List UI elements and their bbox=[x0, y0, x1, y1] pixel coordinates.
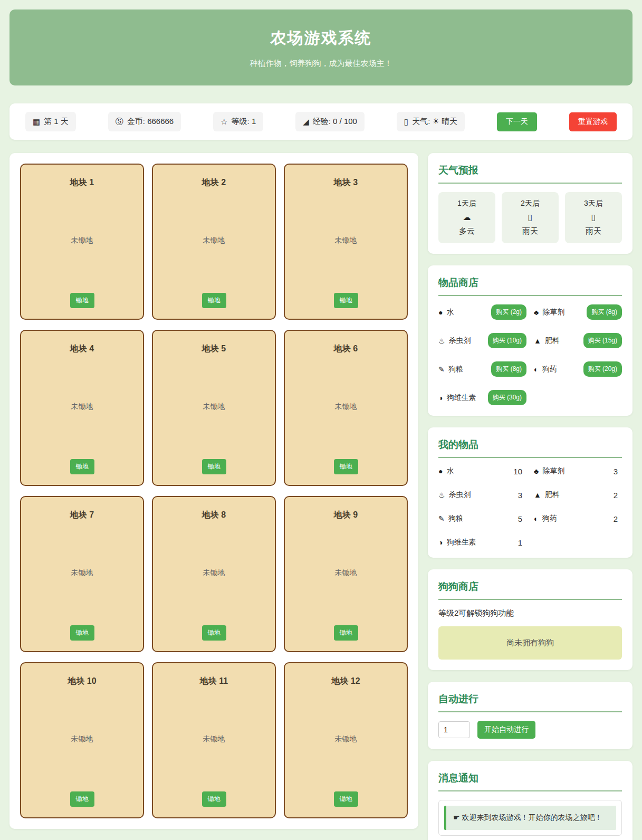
fertilizer-icon: ▲ bbox=[534, 491, 541, 499]
inventory-grid: ●水 10 ♣除草剂 3 ♨杀虫剂 3 ▲肥料 2 bbox=[438, 466, 622, 547]
hoe-button[interactable]: 锄地 bbox=[70, 625, 94, 641]
item-name: ●水 bbox=[438, 466, 454, 476]
star-icon: ☆ bbox=[221, 117, 227, 127]
plot-status: 未锄地 bbox=[203, 568, 225, 578]
plot-card-3: 地块 3 未锄地 锄地 bbox=[284, 164, 408, 320]
hoe-button[interactable]: 锄地 bbox=[334, 459, 358, 474]
item-name: ●水 bbox=[438, 308, 454, 317]
section-title-dog-shop: 狗狗商店 bbox=[438, 580, 622, 600]
forecast-box-3: 3天后 ▯ 雨天 bbox=[565, 192, 622, 243]
buy-button-dog-medicine[interactable]: 购买 (20g) bbox=[583, 361, 622, 377]
status-weather: ▯ 天气: ☀ 晴天 bbox=[397, 112, 465, 131]
hoe-button[interactable]: 锄地 bbox=[334, 625, 358, 641]
hoe-button[interactable]: 锄地 bbox=[202, 791, 226, 807]
forecast-day-label: 2天后 bbox=[505, 199, 555, 208]
cloud-icon: ☁ bbox=[442, 213, 492, 222]
forecast-condition: 雨天 bbox=[505, 226, 555, 236]
buy-button-water[interactable]: 购买 (2g) bbox=[491, 304, 526, 320]
hoe-button[interactable]: 锄地 bbox=[70, 293, 94, 308]
inventory-item-dog-food: ✎狗粮 5 bbox=[438, 514, 526, 523]
plot-status: 未锄地 bbox=[71, 734, 93, 744]
plot-title: 地块 8 bbox=[202, 510, 226, 521]
auto-run-card: 自动进行 开始自动进行 bbox=[428, 682, 633, 749]
insecticide-icon: ♨ bbox=[438, 337, 445, 345]
reset-game-button[interactable]: 重置游戏 bbox=[569, 112, 617, 131]
plot-card-11: 地块 11 未锄地 锄地 bbox=[152, 662, 276, 818]
sidebar: 天气预报 1天后 ☁ 多云 2天后 ▯ 雨天 3天后 ▯ bbox=[428, 153, 633, 840]
dog-food-icon: ✎ bbox=[438, 514, 445, 523]
hoe-button[interactable]: 锄地 bbox=[70, 791, 94, 807]
dog-unlock-hint: 等级2可解锁狗狗功能 bbox=[438, 608, 622, 618]
hoe-button[interactable]: 锄地 bbox=[202, 293, 226, 308]
status-exp-text: 经验: 0 / 100 bbox=[313, 117, 357, 127]
forecast-day-label: 1天后 bbox=[442, 199, 492, 208]
buy-button-dog-vitamin[interactable]: 购买 (30g) bbox=[488, 390, 526, 405]
inventory-item-herbicide: ♣除草剂 3 bbox=[534, 466, 622, 476]
item-name: ♣除草剂 bbox=[534, 466, 564, 476]
hoe-button[interactable]: 锄地 bbox=[202, 625, 226, 641]
plot-card-8: 地块 8 未锄地 锄地 bbox=[152, 496, 276, 652]
water-icon: ● bbox=[438, 467, 443, 475]
item-name: ✎狗粮 bbox=[438, 514, 463, 523]
start-auto-button[interactable]: 开始自动进行 bbox=[477, 721, 535, 739]
plot-title: 地块 11 bbox=[200, 676, 228, 687]
plot-title: 地块 1 bbox=[70, 177, 94, 188]
buy-button-herbicide[interactable]: 购买 (8g) bbox=[587, 304, 622, 320]
buy-button-fertilizer[interactable]: 购买 (15g) bbox=[583, 333, 622, 348]
plot-status: 未锄地 bbox=[71, 402, 93, 412]
herbicide-icon: ♣ bbox=[534, 308, 539, 317]
forecast-box-1: 1天后 ☁ 多云 bbox=[438, 192, 495, 243]
status-coins: Ⓢ 金币: 666666 bbox=[108, 112, 181, 131]
item-name: ♨杀虫剂 bbox=[438, 336, 471, 346]
plot-card-12: 地块 12 未锄地 锄地 bbox=[284, 662, 408, 818]
plot-card-2: 地块 2 未锄地 锄地 bbox=[152, 164, 276, 320]
auto-days-input[interactable] bbox=[438, 721, 470, 738]
status-day: ▦ 第 1 天 bbox=[25, 112, 76, 131]
buy-button-dog-food[interactable]: 购买 (8g) bbox=[491, 361, 526, 377]
hoe-button[interactable]: 锄地 bbox=[334, 791, 358, 807]
item-shop-card: 物品商店 ●水 购买 (2g) ♣除草剂 购买 (8g) ♨杀虫剂 购买 (10… bbox=[428, 265, 633, 416]
dog-medicine-icon: ◐ bbox=[534, 514, 538, 523]
hoe-button[interactable]: 锄地 bbox=[202, 459, 226, 474]
item-name: ▲肥料 bbox=[534, 490, 560, 500]
plot-status: 未锄地 bbox=[203, 402, 225, 412]
my-items-card: 我的物品 ●水 10 ♣除草剂 3 ♨杀虫剂 3 ▲肥料 bbox=[428, 427, 633, 558]
rain-icon: ▯ bbox=[505, 213, 555, 222]
shop-item-water: ●水 购买 (2g) bbox=[438, 304, 526, 320]
forecast-box-2: 2天后 ▯ 雨天 bbox=[502, 192, 559, 243]
hoe-button[interactable]: 锄地 bbox=[70, 459, 94, 474]
message-item: ☛欢迎来到农场游戏！开始你的农场之旅吧！ bbox=[444, 806, 616, 830]
plot-card-7: 地块 7 未锄地 锄地 bbox=[20, 496, 144, 652]
hoe-button[interactable]: 锄地 bbox=[334, 293, 358, 308]
next-day-button[interactable]: 下一天 bbox=[497, 112, 537, 131]
app-header: 农场游戏系统 种植作物，饲养狗狗，成为最佳农场主！ bbox=[9, 9, 633, 85]
plot-title: 地块 10 bbox=[68, 676, 96, 687]
fertilizer-icon: ▲ bbox=[534, 337, 541, 345]
plot-title: 地块 9 bbox=[334, 510, 358, 521]
plot-status: 未锄地 bbox=[203, 734, 225, 744]
dog-vitamin-icon: ◑ bbox=[438, 538, 443, 547]
section-title-messages: 消息通知 bbox=[438, 771, 622, 791]
item-name: ◑狗维生素 bbox=[438, 538, 476, 547]
page: 农场游戏系统 种植作物，饲养狗狗，成为最佳农场主！ ▦ 第 1 天 Ⓢ 金币: … bbox=[0, 0, 642, 840]
plot-status: 未锄地 bbox=[335, 734, 357, 744]
buy-button-insecticide[interactable]: 购买 (10g) bbox=[488, 333, 526, 348]
item-name: ♨杀虫剂 bbox=[438, 490, 471, 500]
item-count: 5 bbox=[518, 514, 522, 523]
shop-grid: ●水 购买 (2g) ♣除草剂 购买 (8g) ♨杀虫剂 购买 (10g) ▲肥… bbox=[438, 304, 622, 405]
item-name: ◐狗药 bbox=[534, 514, 557, 523]
item-count: 1 bbox=[518, 538, 522, 547]
plot-title: 地块 4 bbox=[70, 343, 94, 355]
shop-item-fertilizer: ▲肥料 购买 (15g) bbox=[534, 333, 622, 348]
page-title: 农场游戏系统 bbox=[20, 27, 622, 49]
plot-status: 未锄地 bbox=[71, 236, 93, 245]
message-box: ☛欢迎来到农场游戏！开始你的农场之旅吧！ bbox=[438, 800, 622, 836]
item-count: 2 bbox=[614, 491, 618, 500]
shop-item-dog-medicine: ◐狗药 购买 (20g) bbox=[534, 361, 622, 377]
calendar-icon: ▦ bbox=[33, 117, 40, 127]
section-title-inventory: 我的物品 bbox=[438, 438, 622, 458]
weather-forecast-card: 天气预报 1天后 ☁ 多云 2天后 ▯ 雨天 3天后 ▯ bbox=[428, 153, 633, 254]
item-count: 3 bbox=[614, 467, 618, 476]
plot-title: 地块 2 bbox=[202, 177, 226, 188]
status-coins-text: 金币: 666666 bbox=[127, 117, 174, 127]
